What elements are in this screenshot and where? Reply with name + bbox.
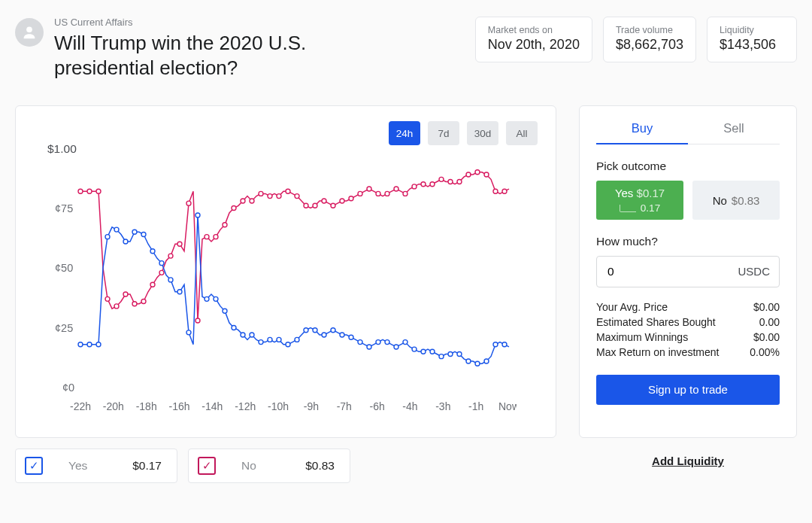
svg-point-47 [322,199,326,203]
stat-value: $8,662,703 [616,37,683,53]
svg-point-108 [439,354,444,359]
range-tab-30d[interactable]: 30d [467,121,498,145]
svg-point-106 [421,349,426,354]
market-category: US Current Affairs [54,17,465,28]
svg-point-86 [241,333,245,337]
svg-point-79 [177,290,182,294]
legend-no[interactable]: ✓ No $0.83 [188,449,350,483]
range-tab-24h[interactable]: 24h [389,121,420,145]
range-tab-all[interactable]: All [506,121,538,145]
outcome-no-price: $0.83 [732,194,760,207]
svg-point-68 [78,342,83,347]
svg-point-112 [475,361,480,366]
add-liquidity-link[interactable]: Add Liquidity [579,455,797,467]
svg-point-101 [376,340,380,345]
legend-no-price: $0.83 [305,459,335,473]
checkbox-no[interactable]: ✓ [198,457,216,475]
svg-point-61 [448,180,453,184]
svg-point-99 [358,340,362,345]
svg-point-81 [195,213,200,217]
signup-to-trade-button[interactable]: Sign up to trade [596,375,780,405]
svg-text:-3h: -3h [435,400,450,412]
svg-point-45 [304,203,308,208]
svg-point-67 [502,189,507,193]
tab-sell[interactable]: Sell [688,121,780,144]
svg-point-111 [466,359,471,363]
svg-point-35 [214,235,218,239]
svg-point-72 [114,227,119,232]
svg-point-93 [304,328,308,333]
svg-text:-7h: -7h [337,400,352,412]
svg-point-55 [394,187,398,191]
svg-point-63 [466,172,471,177]
svg-point-66 [493,189,498,193]
range-tab-7d[interactable]: 7d [428,121,459,145]
svg-text:¢0: ¢0 [62,382,74,394]
outcome-no-button[interactable]: No $0.83 [692,181,780,220]
svg-point-91 [286,342,290,347]
spark-icon [620,205,636,212]
svg-text:-9h: -9h [304,400,319,412]
svg-text:-14h: -14h [201,400,223,412]
svg-text:-18h: -18h [136,400,157,412]
svg-point-85 [232,326,236,330]
summary-label: Max Return on investment [596,346,719,358]
tab-buy[interactable]: Buy [596,121,688,144]
svg-point-103 [394,345,398,349]
svg-point-34 [205,235,209,239]
legend-yes-price: $0.17 [132,459,162,473]
svg-point-36 [223,223,227,227]
svg-point-77 [159,261,164,266]
svg-point-89 [268,337,272,342]
chart-panel: 24h7d30dAll $1.00¢75¢50¢25¢0-22h-20h-18h… [15,105,556,438]
checkbox-yes[interactable]: ✓ [25,457,43,475]
svg-point-107 [430,349,435,354]
outcome-yes-button[interactable]: Yes $0.17 0.17 [596,181,683,220]
summary-label: Your Avg. Price [596,301,668,313]
svg-point-57 [412,184,417,189]
stat-label: Liquidity [720,25,784,35]
svg-point-29 [159,270,164,275]
svg-point-46 [313,203,317,208]
stat-card-volume: Trade volume $8,662,703 [603,17,696,62]
svg-point-83 [214,296,218,301]
svg-point-60 [439,177,444,181]
svg-point-38 [241,199,245,203]
svg-point-80 [186,330,191,335]
summary-value: 0.00% [750,346,780,358]
svg-point-49 [340,199,344,203]
svg-point-30 [168,254,173,258]
svg-point-75 [141,232,146,236]
amount-input[interactable] [606,264,696,279]
howmuch-label: How much? [596,235,780,248]
amount-input-wrap[interactable]: USDC [596,256,780,287]
svg-text:-1h: -1h [468,400,483,412]
svg-point-78 [168,278,173,282]
svg-point-110 [457,351,462,356]
svg-point-64 [475,170,480,175]
svg-point-82 [205,296,209,301]
svg-point-54 [385,191,389,196]
svg-text:¢75: ¢75 [55,202,73,214]
summary-value: $0.00 [753,331,780,343]
stat-label: Market ends on [488,25,580,35]
svg-point-109 [448,351,453,356]
stat-card-liquidity: Liquidity $143,506 [707,17,797,62]
outcome-yes-name: Yes [615,187,633,199]
svg-text:-6h: -6h [369,400,384,412]
legend-yes[interactable]: ✓ Yes $0.17 [15,449,177,483]
svg-point-37 [232,206,236,211]
svg-point-52 [367,187,371,191]
legend-no-name: No [241,459,256,473]
svg-text:$1.00: $1.00 [47,142,77,155]
user-icon [21,24,38,41]
svg-point-94 [313,328,317,333]
svg-point-50 [349,196,353,201]
svg-point-28 [150,282,155,287]
svg-point-71 [105,235,110,239]
svg-point-92 [295,337,299,342]
svg-point-41 [268,194,272,199]
svg-point-114 [493,342,498,347]
svg-point-25 [123,292,128,296]
svg-point-88 [259,340,263,345]
